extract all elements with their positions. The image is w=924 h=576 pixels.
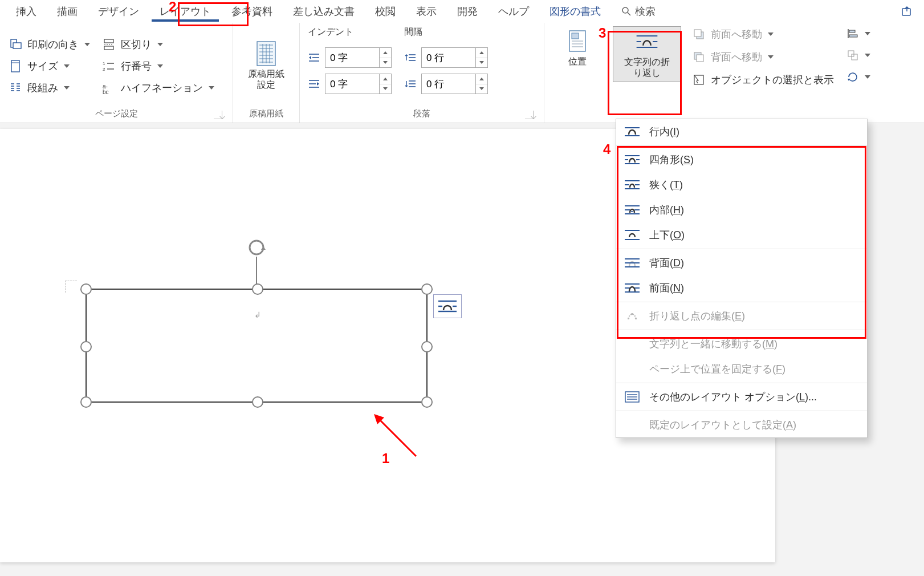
menu-item-top-bottom[interactable]: 上下(O) bbox=[616, 222, 867, 248]
menu-item-square[interactable]: 四角形(S) bbox=[616, 147, 867, 172]
stepper-up[interactable] bbox=[380, 74, 391, 84]
selection-pane-button[interactable]: オブジェクトの選択と表示 bbox=[691, 72, 835, 88]
svg-rect-4 bbox=[13, 43, 21, 48]
tab-label: 差し込み文書 bbox=[293, 5, 355, 18]
menu-separator bbox=[616, 302, 867, 302]
spacing-before-spinner[interactable] bbox=[421, 47, 488, 68]
rotate-button[interactable] bbox=[845, 70, 872, 84]
tab-references[interactable]: 参考資料 bbox=[221, 1, 283, 22]
chevron-down-icon bbox=[64, 64, 70, 68]
menu-separator bbox=[616, 411, 867, 411]
svg-rect-91 bbox=[635, 318, 637, 319]
rectangle-shape[interactable] bbox=[86, 289, 428, 403]
stepper-down[interactable] bbox=[476, 84, 487, 94]
resize-handle-bm[interactable] bbox=[252, 396, 263, 408]
resize-handle-bl[interactable] bbox=[80, 396, 92, 408]
group-label-text: ページ設定 bbox=[95, 108, 138, 118]
button-label: ハイフネーション bbox=[121, 81, 203, 95]
indent-right-input[interactable] bbox=[325, 74, 379, 94]
svg-rect-65 bbox=[852, 54, 857, 60]
indent-left-spinner[interactable] bbox=[325, 47, 392, 68]
resize-handle-mr[interactable] bbox=[421, 341, 433, 352]
spacing-after-input[interactable] bbox=[422, 74, 475, 94]
menu-item-inline[interactable]: 行内(I) bbox=[616, 119, 867, 144]
resize-handle-tr[interactable] bbox=[421, 283, 433, 295]
stepper-down[interactable] bbox=[476, 58, 487, 68]
group-objects-button[interactable] bbox=[845, 48, 872, 63]
tab-design[interactable]: デザイン bbox=[88, 1, 149, 22]
spacing-after-spinner[interactable] bbox=[421, 74, 488, 94]
layout-options-floatie[interactable] bbox=[433, 294, 462, 318]
stepper-up[interactable] bbox=[380, 48, 391, 58]
tab-layout[interactable]: レイアウト bbox=[149, 1, 221, 22]
menu-item-label: 既定のレイアウトとして設定(A) bbox=[649, 418, 796, 432]
menu-item-more-layout-options[interactable]: その他のレイアウト オプション(L)... bbox=[616, 384, 867, 409]
menu-item-through[interactable]: 内部(H) bbox=[616, 197, 867, 222]
svg-rect-59 bbox=[697, 55, 703, 62]
resize-handle-br[interactable] bbox=[421, 396, 433, 408]
svg-text:bc: bc bbox=[103, 89, 109, 94]
rotation-handle[interactable] bbox=[246, 237, 267, 258]
breaks-icon bbox=[103, 38, 115, 51]
dialog-launcher-icon[interactable] bbox=[525, 111, 534, 119]
chevron-down-icon bbox=[865, 32, 870, 35]
svg-rect-48 bbox=[572, 33, 579, 39]
svg-point-0 bbox=[622, 7, 628, 13]
resize-handle-tl[interactable] bbox=[80, 283, 92, 295]
menu-item-label: 背面(D) bbox=[649, 256, 684, 270]
size-button[interactable]: サイズ bbox=[8, 58, 91, 74]
menu-item-label: ページ上で位置を固定する(F) bbox=[649, 362, 785, 376]
tab-search[interactable]: 検索 bbox=[611, 1, 666, 22]
tab-shape-format[interactable]: 図形の書式 bbox=[539, 1, 611, 22]
tab-draw[interactable]: 描画 bbox=[47, 1, 88, 22]
tab-mailings[interactable]: 差し込み文書 bbox=[283, 1, 365, 22]
wrap-text-menu: 行内(I) 四角形(S) 狭く(T) 内部(H) 上下(O) bbox=[616, 119, 868, 438]
align-button[interactable] bbox=[845, 26, 872, 41]
resize-handle-ml[interactable] bbox=[80, 341, 92, 352]
group-label: 段落 bbox=[308, 106, 536, 123]
send-backward-button[interactable]: 背面へ移動 bbox=[691, 49, 835, 65]
svg-rect-57 bbox=[694, 30, 701, 36]
chevron-down-icon bbox=[768, 33, 774, 36]
breaks-button[interactable]: 区切り bbox=[101, 36, 215, 52]
bring-forward-button[interactable]: 前面へ移動 bbox=[691, 26, 835, 42]
wrap-square-icon bbox=[624, 153, 640, 166]
tab-developer[interactable]: 開発 bbox=[447, 1, 488, 22]
columns-button[interactable]: 段組み bbox=[8, 80, 91, 96]
group-label: ページ設定 bbox=[8, 106, 225, 123]
indent-left-input[interactable] bbox=[325, 48, 379, 67]
columns-icon bbox=[9, 82, 22, 94]
menu-item-front[interactable]: 前面(N) bbox=[616, 275, 867, 301]
stepper-up[interactable] bbox=[476, 74, 487, 84]
align-icon bbox=[846, 27, 859, 40]
chevron-down-icon bbox=[64, 86, 70, 90]
stepper-down[interactable] bbox=[380, 58, 391, 68]
indent-right-spinner[interactable] bbox=[325, 74, 392, 94]
selected-shape[interactable]: ↲ bbox=[86, 289, 428, 403]
svg-rect-15 bbox=[104, 46, 113, 50]
resize-handle-tm[interactable] bbox=[252, 283, 263, 295]
orientation-button[interactable]: 印刷の向き bbox=[8, 36, 91, 52]
chevron-down-icon bbox=[865, 75, 870, 79]
menu-item-behind[interactable]: 背面(D) bbox=[616, 250, 867, 275]
stepper-up[interactable] bbox=[476, 48, 487, 58]
tab-view[interactable]: 表示 bbox=[406, 1, 447, 22]
menu-item-set-default-layout: 既定のレイアウトとして設定(A) bbox=[616, 412, 867, 437]
hyphenation-icon: a-bc bbox=[103, 82, 115, 94]
spacing-before-input[interactable] bbox=[422, 48, 475, 67]
stepper-down[interactable] bbox=[380, 84, 391, 94]
share-button[interactable] bbox=[895, 2, 918, 21]
dialog-launcher-icon[interactable] bbox=[214, 111, 222, 119]
position-button[interactable]: 位置 bbox=[552, 26, 603, 74]
tab-insert[interactable]: 挿入 bbox=[6, 1, 47, 22]
manuscript-settings-button[interactable]: 原稿用紙 設定 bbox=[241, 26, 291, 106]
hyphenation-button[interactable]: a-bc ハイフネーション bbox=[101, 80, 215, 96]
tab-label: 図形の書式 bbox=[549, 5, 601, 18]
line-numbers-button[interactable]: 12 行番号 bbox=[101, 58, 215, 74]
tab-review[interactable]: 校閲 bbox=[365, 1, 406, 22]
svg-point-97 bbox=[250, 241, 263, 254]
menu-item-tight[interactable]: 狭く(T) bbox=[616, 172, 867, 197]
tab-help[interactable]: ヘルプ bbox=[488, 1, 539, 22]
wrap-text-button[interactable]: 文字列の折 り返し bbox=[613, 26, 681, 82]
position-icon bbox=[566, 30, 589, 52]
